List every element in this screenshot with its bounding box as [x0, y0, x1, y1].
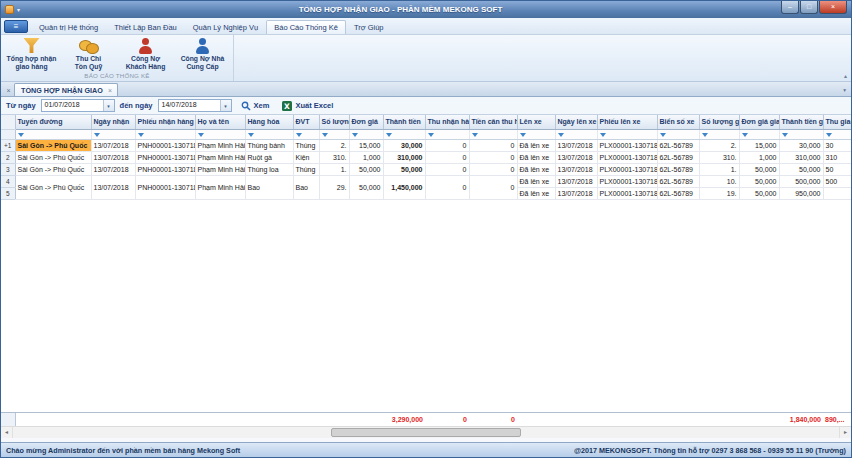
grid-cell[interactable]: 50,000	[739, 187, 779, 199]
grid-cell[interactable]: 500,000	[779, 175, 823, 187]
grid-cell[interactable]: 13/07/2018	[555, 151, 597, 163]
filter-cell-2[interactable]	[91, 129, 135, 139]
grid-cell[interactable]: 15,000	[349, 139, 383, 151]
grid-cell[interactable]: 310,000	[779, 151, 823, 163]
grid-cell[interactable]: Sài Gòn -> Phú Quốc	[15, 175, 91, 199]
filter-cell-6[interactable]	[293, 129, 319, 139]
scroll-right-icon[interactable]: ▸	[839, 427, 851, 438]
grid-cell[interactable]: 30,000	[779, 139, 823, 151]
filter-cell-9[interactable]	[383, 129, 425, 139]
column-header-18[interactable]: Thành tiền giao	[779, 115, 823, 129]
column-header-15[interactable]: Biển số xe	[657, 115, 699, 129]
column-header-10[interactable]: Thu nhận hàng	[425, 115, 469, 129]
grid-cell[interactable]: Thùng bánh	[245, 139, 293, 151]
column-header-1[interactable]: Tuyến đường	[15, 115, 91, 129]
row-indicator[interactable]: +1	[1, 139, 15, 151]
grid-cell[interactable]: PLX00001-130718	[597, 187, 657, 199]
grid-cell[interactable]: 950,000	[779, 187, 823, 199]
grid-cell[interactable]: 30,000	[383, 139, 425, 151]
ribbon-button-2[interactable]: Thu ChiTồn Quỹ	[60, 35, 117, 72]
menu-item-4[interactable]: Báo Cáo Thống Kê	[266, 20, 346, 34]
filter-cell-13[interactable]	[555, 129, 597, 139]
filter-cell-15[interactable]	[657, 129, 699, 139]
grid-cell[interactable]: 62L-56789	[657, 139, 699, 151]
column-header-14[interactable]: Phiếu lên xe	[597, 115, 657, 129]
quick-access-dropdown-icon[interactable]: ▾	[17, 7, 20, 13]
filter-cell-3[interactable]	[135, 129, 195, 139]
ribbon-collapse-icon[interactable]: ▴	[844, 72, 847, 79]
grid-cell[interactable]: 2.	[699, 139, 739, 151]
ribbon-button-3[interactable]: Công NợKhách Hàng	[117, 35, 174, 72]
grid-cell[interactable]: 0	[425, 151, 469, 163]
grid-cell[interactable]: Phạm Minh Hải	[195, 151, 245, 163]
menu-item-2[interactable]: Thiết Lập Ban Đầu	[106, 20, 185, 34]
grid-cell[interactable]: PLX00001-130718	[597, 175, 657, 187]
column-header-9[interactable]: Thành tiền	[383, 115, 425, 129]
column-header-16[interactable]: Số lượng giao	[699, 115, 739, 129]
grid-cell[interactable]: 19.	[699, 187, 739, 199]
grid-cell[interactable]: 13/07/2018	[555, 187, 597, 199]
grid-cell[interactable]: Đã lên xe	[517, 175, 555, 187]
maximize-button[interactable]: □	[800, 1, 818, 14]
filter-cell-10[interactable]	[425, 129, 469, 139]
grid-cell[interactable]: 13/07/2018	[555, 175, 597, 187]
grid-cell[interactable]: 0	[425, 163, 469, 175]
from-date-dropdown-icon[interactable]: ▾	[103, 100, 114, 111]
grid-cell[interactable]: 310.	[319, 151, 349, 163]
grid-cell[interactable]: 1,450,000	[383, 175, 425, 199]
grid-cell[interactable]: 50,000	[349, 175, 383, 199]
filter-cell-14[interactable]	[597, 129, 657, 139]
grid-cell[interactable]: Đã lên xe	[517, 151, 555, 163]
grid-cell[interactable]: PLX00001-130718	[597, 139, 657, 151]
grid-cell[interactable]: Thùng	[293, 139, 319, 151]
grid-cell[interactable]: 310	[823, 151, 851, 163]
export-excel-button[interactable]: X Xuất Excel	[278, 100, 337, 112]
menu-item-5[interactable]: Trợ Giúp	[346, 20, 392, 34]
filter-cell-11[interactable]	[469, 129, 517, 139]
grid-cell[interactable]: 0	[425, 139, 469, 151]
column-header-12[interactable]: Lên xe	[517, 115, 555, 129]
grid-cell[interactable]: 13/07/2018	[555, 139, 597, 151]
row-indicator[interactable]: 4	[1, 175, 15, 187]
grid-cell[interactable]: PNH00001-130718	[135, 151, 195, 163]
row-indicator[interactable]: 3	[1, 163, 15, 175]
row-indicator[interactable]: 5	[1, 187, 15, 199]
grid-cell[interactable]: 0	[469, 175, 517, 199]
grid-cell[interactable]: 13/07/2018	[91, 163, 135, 175]
grid-cell[interactable]: Phạm Minh Hải	[195, 163, 245, 175]
grid-cell[interactable]: 50,000	[383, 163, 425, 175]
tab-list-icon[interactable]: ▾	[840, 87, 849, 96]
grid-cell[interactable]: 50,000	[739, 163, 779, 175]
column-header-4[interactable]: Họ và tên	[195, 115, 245, 129]
grid-cell[interactable]: 30	[823, 139, 851, 151]
grid-cell[interactable]: 50,000	[779, 163, 823, 175]
filter-cell-19[interactable]	[823, 129, 851, 139]
grid-cell[interactable]: 310,000	[383, 151, 425, 163]
grid-cell[interactable]: PLX00001-130718	[597, 151, 657, 163]
column-header-6[interactable]: ĐVT	[293, 115, 319, 129]
grid-cell[interactable]: 50,000	[349, 163, 383, 175]
grid-cell[interactable]: Đã lên xe	[517, 187, 555, 199]
column-header-8[interactable]: Đơn giá	[349, 115, 383, 129]
filter-cell-4[interactable]	[195, 129, 245, 139]
column-header-19[interactable]: Thu giao h	[823, 115, 851, 129]
grid-cell[interactable]: 0	[469, 139, 517, 151]
row-indicator[interactable]: 2	[1, 151, 15, 163]
grid-cell[interactable]: 62L-56789	[657, 175, 699, 187]
grid-cell[interactable]: 2.	[319, 139, 349, 151]
filter-cell-16[interactable]	[699, 129, 739, 139]
grid-cell[interactable]: 50	[823, 163, 851, 175]
grid-cell[interactable]: 13/07/2018	[555, 163, 597, 175]
ribbon-button-1[interactable]: Tổng hợp nhậngiao hàng	[3, 35, 60, 72]
grid-cell[interactable]: 15,000	[739, 139, 779, 151]
grid-cell[interactable]: 0	[425, 175, 469, 199]
grid-cell[interactable]: 62L-56789	[657, 151, 699, 163]
scrollbar-thumb[interactable]	[331, 428, 521, 437]
grid-cell[interactable]: 10.	[699, 175, 739, 187]
from-date-picker[interactable]: 01/07/2018 ▾	[41, 99, 115, 112]
filter-cell-18[interactable]	[779, 129, 823, 139]
column-header-5[interactable]: Hàng hóa	[245, 115, 293, 129]
grid-cell[interactable]: Sài Gòn -> Phú Quốc	[15, 163, 91, 175]
grid-cell[interactable]: 1.	[319, 163, 349, 175]
grid-cell[interactable]: Ruột gà	[245, 151, 293, 163]
